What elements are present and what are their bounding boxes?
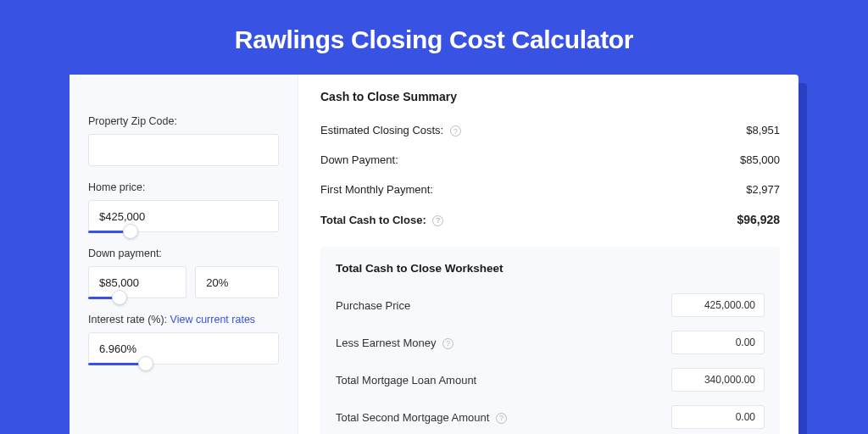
summary-total-row: Total Cash to Close: ? $96,928	[320, 204, 780, 235]
summary-row: First Monthly Payment: $2,977	[320, 175, 780, 204]
worksheet-row: Purchase Price	[336, 287, 765, 324]
worksheet-heading: Total Cash to Close Worksheet	[336, 262, 765, 275]
worksheet-label: Total Mortgage Loan Amount	[336, 374, 476, 387]
summary-label: Estimated Closing Costs:	[320, 124, 443, 136]
interest-rate-slider[interactable]	[88, 332, 279, 364]
down-payment-input[interactable]	[88, 266, 186, 298]
worksheet-row: Less Earnest Money ?	[336, 324, 765, 361]
earnest-money-input[interactable]	[671, 331, 765, 354]
inputs-panel: Property Zip Code: Home price: Down paym…	[70, 75, 298, 434]
results-panel: Cash to Close Summary Estimated Closing …	[298, 75, 798, 434]
worksheet-row: Total Second Mortgage Amount ?	[336, 398, 765, 434]
purchase-price-input[interactable]	[671, 293, 765, 317]
zip-label: Property Zip Code:	[88, 115, 279, 127]
interest-rate-label-text: Interest rate (%):	[88, 314, 167, 326]
summary-total-label: Total Cash to Close:	[320, 214, 426, 226]
summary-row: Down Payment: $85,000	[320, 145, 780, 175]
calculator-card: Property Zip Code: Home price: Down paym…	[70, 75, 798, 434]
home-price-input[interactable]	[88, 200, 279, 232]
help-icon[interactable]: ?	[450, 125, 461, 136]
home-price-label: Home price:	[88, 181, 279, 193]
interest-rate-input[interactable]	[88, 332, 279, 364]
summary-total-value: $96,928	[737, 213, 780, 226]
down-payment-label: Down payment:	[88, 248, 279, 259]
summary-label: Down Payment:	[320, 153, 398, 166]
summary-value: $85,000	[740, 153, 780, 166]
summary-row: Estimated Closing Costs: ? $8,951	[320, 115, 780, 145]
worksheet-label: Total Second Mortgage Amount	[336, 411, 489, 424]
worksheet-label: Less Earnest Money	[336, 337, 437, 349]
summary-label: First Monthly Payment:	[320, 183, 433, 196]
help-icon[interactable]: ?	[442, 338, 453, 349]
page-title: Rawlings Closing Cost Calculator	[0, 0, 868, 75]
home-price-slider[interactable]	[88, 200, 279, 232]
summary-value: $8,951	[746, 124, 780, 136]
help-icon[interactable]: ?	[496, 413, 507, 424]
summary-heading: Cash to Close Summary	[320, 90, 780, 103]
help-icon[interactable]: ?	[432, 215, 443, 226]
worksheet-label: Purchase Price	[336, 299, 410, 312]
second-mortgage-input[interactable]	[671, 405, 765, 429]
down-payment-pct-input[interactable]	[195, 266, 279, 298]
summary-value: $2,977	[746, 183, 780, 196]
mortgage-loan-input[interactable]	[671, 368, 765, 392]
view-rates-link[interactable]: View current rates	[170, 314, 256, 326]
worksheet-row: Total Mortgage Loan Amount	[336, 361, 765, 398]
worksheet-panel: Total Cash to Close Worksheet Purchase P…	[320, 247, 780, 434]
down-payment-slider[interactable]	[88, 266, 186, 298]
interest-rate-label: Interest rate (%): View current rates	[88, 314, 279, 326]
zip-input[interactable]	[88, 134, 279, 166]
